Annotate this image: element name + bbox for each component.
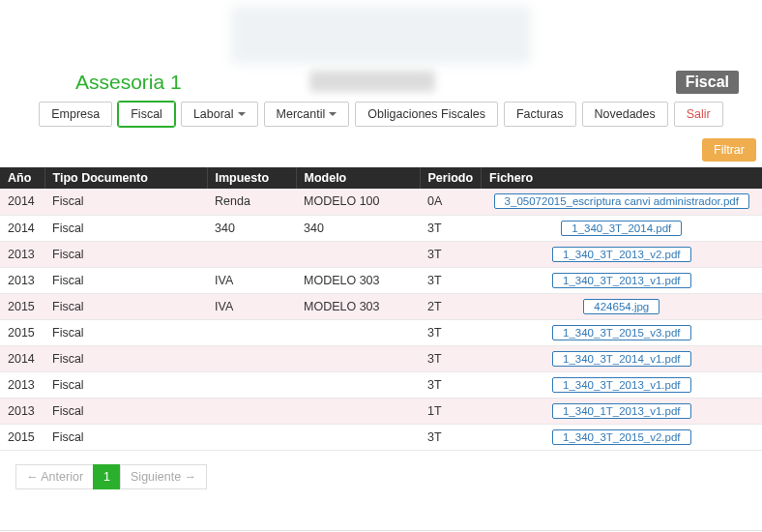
- table-row: 2013Fiscal1T1_340_1T_2013_v1.pdf: [0, 398, 762, 424]
- cell-fichero: 1_340_3T_2014_v1.pdf: [482, 345, 762, 371]
- file-link[interactable]: 1_340_3T_2015_v2.pdf: [552, 429, 691, 445]
- nav-item-label: Empresa: [51, 107, 100, 121]
- cell-ano: 2015: [0, 319, 44, 345]
- cell-impuesto: [207, 241, 296, 267]
- cell-fichero: 3_05072015_escriptura canvi administrado…: [482, 189, 762, 215]
- cell-modelo: 340: [296, 215, 420, 241]
- nav-item-label: Facturas: [516, 107, 564, 121]
- nav-item-facturas[interactable]: Facturas: [504, 102, 576, 127]
- table-row: 2014FiscalRendaMODELO 1000A3_05072015_es…: [0, 189, 762, 215]
- cell-fichero: 1_340_3T_2015_v2.pdf: [482, 424, 762, 450]
- cell-periodo: 2T: [420, 293, 482, 319]
- cell-periodo: 3T: [420, 241, 482, 267]
- cell-impuesto: [207, 345, 296, 371]
- th-tipo[interactable]: Tipo Documento: [44, 167, 207, 189]
- cell-tipo: Fiscal: [44, 398, 207, 424]
- cell-tipo: Fiscal: [44, 267, 207, 293]
- subtitle-blurred: [309, 71, 435, 92]
- cell-tipo: Fiscal: [44, 241, 207, 267]
- table-row: 2015Fiscal3T1_340_3T_2015_v2.pdf: [0, 424, 762, 450]
- banner-logo-blurred: [231, 6, 531, 64]
- cell-fichero: 1_340_1T_2013_v1.pdf: [482, 398, 762, 424]
- cell-periodo: 3T: [420, 215, 482, 241]
- nav-item-salir[interactable]: Salir: [674, 102, 723, 127]
- nav-item-label: Salir: [687, 107, 711, 121]
- cell-ano: 2013: [0, 241, 44, 267]
- cell-ano: 2014: [0, 345, 44, 371]
- nav-item-obligaciones-fiscales[interactable]: Obligaciones Fiscales: [355, 102, 498, 127]
- file-link[interactable]: 1_340_3T_2013_v1.pdf: [552, 377, 691, 393]
- cell-modelo: [296, 345, 420, 371]
- cell-impuesto: Renda: [207, 189, 296, 215]
- table-row: 2013Fiscal3T1_340_3T_2013_v1.pdf: [0, 371, 762, 398]
- cell-modelo: [296, 319, 420, 345]
- cell-modelo: MODELO 303: [296, 293, 420, 319]
- pager-current[interactable]: 1: [93, 464, 121, 489]
- table-row: 2013FiscalIVAMODELO 3033T1_340_3T_2013_v…: [0, 267, 762, 293]
- cell-ano: 2014: [0, 215, 44, 241]
- table-body: 2014FiscalRendaMODELO 1000A3_05072015_es…: [0, 189, 762, 450]
- cell-tipo: Fiscal: [44, 215, 207, 241]
- cell-tipo: Fiscal: [44, 189, 207, 215]
- cell-tipo: Fiscal: [44, 424, 207, 450]
- cell-impuesto: 340: [207, 215, 296, 241]
- cell-ano: 2013: [0, 267, 44, 293]
- file-link[interactable]: 424654.jpg: [583, 299, 659, 314]
- cell-tipo: Fiscal: [44, 345, 207, 371]
- cell-impuesto: [207, 371, 296, 398]
- nav-item-empresa[interactable]: Empresa: [39, 102, 112, 127]
- nav-item-novedades[interactable]: Novedades: [582, 102, 668, 127]
- file-link[interactable]: 1_340_1T_2013_v1.pdf: [552, 403, 691, 419]
- file-link[interactable]: 1_340_3T_2014.pdf: [561, 221, 682, 236]
- file-link[interactable]: 1_340_3T_2013_v2.pdf: [552, 247, 691, 262]
- th-periodo[interactable]: Periodo: [420, 167, 482, 189]
- pagination: ← Anterior 1 Siguiente →: [0, 451, 762, 503]
- cell-fichero: 424654.jpg: [482, 293, 762, 319]
- cell-impuesto: [207, 319, 296, 345]
- cell-impuesto: IVA: [207, 267, 296, 293]
- cell-modelo: MODELO 100: [296, 189, 420, 215]
- cell-periodo: 3T: [420, 345, 482, 371]
- cell-modelo: [296, 371, 420, 398]
- nav-item-label: Novedades: [595, 107, 656, 121]
- nav-item-mercantil[interactable]: Mercantil: [264, 102, 350, 127]
- category-badge: Fiscal: [676, 71, 739, 94]
- file-link[interactable]: 1_340_3T_2015_v3.pdf: [552, 325, 691, 340]
- table-header: Año Tipo Documento Impuesto Modelo Perio…: [0, 167, 762, 189]
- table-row: 2015FiscalIVAMODELO 3032T424654.jpg: [0, 293, 762, 319]
- page-title: Assesoria 1: [15, 71, 182, 94]
- th-modelo[interactable]: Modelo: [296, 167, 420, 189]
- cell-tipo: Fiscal: [44, 319, 207, 345]
- nav-item-laboral[interactable]: Laboral: [181, 102, 258, 127]
- cell-ano: 2014: [0, 189, 44, 215]
- cell-impuesto: [207, 424, 296, 450]
- file-link[interactable]: 3_05072015_escriptura canvi administrado…: [494, 193, 749, 209]
- cell-ano: 2013: [0, 371, 44, 398]
- nav-item-fiscal[interactable]: Fiscal: [118, 102, 175, 127]
- chevron-down-icon: [238, 112, 246, 116]
- cell-tipo: Fiscal: [44, 371, 207, 398]
- cell-ano: 2015: [0, 424, 44, 450]
- cell-impuesto: [207, 398, 296, 424]
- cell-tipo: Fiscal: [44, 293, 207, 319]
- filter-button[interactable]: Filtrar: [702, 138, 756, 162]
- cell-modelo: MODELO 303: [296, 267, 420, 293]
- table-row: 2015Fiscal3T1_340_3T_2015_v3.pdf: [0, 319, 762, 345]
- cell-fichero: 1_340_3T_2014.pdf: [482, 215, 762, 241]
- cell-periodo: 3T: [420, 371, 482, 398]
- cell-fichero: 1_340_3T_2015_v3.pdf: [482, 319, 762, 345]
- th-ano[interactable]: Año: [0, 167, 44, 189]
- file-link[interactable]: 1_340_3T_2013_v1.pdf: [552, 273, 691, 288]
- cell-modelo: [296, 424, 420, 450]
- th-fichero[interactable]: Fichero: [482, 167, 762, 189]
- cell-ano: 2015: [0, 293, 44, 319]
- th-impuesto[interactable]: Impuesto: [207, 167, 296, 189]
- nav-item-label: Obligaciones Fiscales: [367, 107, 485, 121]
- pager-prev: ← Anterior: [15, 464, 94, 489]
- file-link[interactable]: 1_340_3T_2014_v1.pdf: [552, 351, 691, 367]
- cell-periodo: 3T: [420, 319, 482, 345]
- nav-item-label: Fiscal: [131, 107, 162, 121]
- topbar: Assesoria 1 Fiscal: [0, 71, 762, 98]
- table-row: 2013Fiscal3T1_340_3T_2013_v2.pdf: [0, 241, 762, 267]
- nav-item-label: Mercantil: [277, 107, 326, 121]
